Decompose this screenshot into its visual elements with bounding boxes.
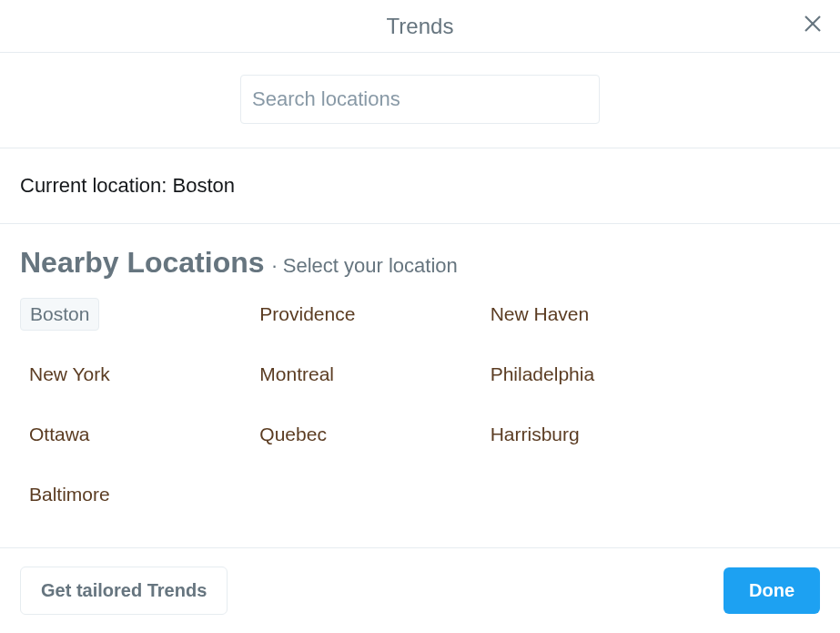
nearby-section: Nearby Locations · Select your location …	[0, 224, 840, 529]
get-tailored-trends-button[interactable]: Get tailored Trends	[20, 567, 228, 615]
done-button[interactable]: Done	[724, 567, 820, 614]
search-input[interactable]	[240, 75, 600, 124]
search-section	[0, 53, 840, 148]
modal-title: Trends	[387, 14, 454, 39]
locations-grid: BostonProvidenceNew HavenNew YorkMontrea…	[20, 298, 712, 511]
location-item[interactable]: Montreal	[250, 358, 343, 391]
close-icon[interactable]	[802, 13, 824, 38]
current-location-value: Boston	[173, 174, 236, 197]
modal-header: Trends	[0, 0, 840, 53]
location-item[interactable]: New Haven	[481, 298, 599, 331]
location-item[interactable]: Boston	[20, 298, 99, 331]
location-item[interactable]: Providence	[250, 298, 364, 331]
location-item[interactable]: Quebec	[250, 418, 336, 451]
current-location-label: Current location: Boston	[20, 174, 235, 197]
nearby-subtitle-text: Select your location	[283, 254, 458, 277]
nearby-title: Nearby Locations	[20, 246, 265, 280]
location-item[interactable]: Harrisburg	[481, 418, 589, 451]
location-item[interactable]: Baltimore	[20, 478, 119, 511]
nearby-separator: ·	[272, 254, 283, 277]
current-location-section: Current location: Boston	[0, 148, 840, 224]
location-item[interactable]: Ottawa	[20, 418, 99, 451]
nearby-subtitle: · Select your location	[272, 254, 458, 278]
nearby-header: Nearby Locations · Select your location	[20, 246, 820, 280]
modal-footer: Get tailored Trends Done	[0, 547, 840, 633]
location-item[interactable]: Philadelphia	[481, 358, 603, 391]
location-item[interactable]: New York	[20, 358, 119, 391]
current-location-prefix: Current location:	[20, 174, 173, 197]
